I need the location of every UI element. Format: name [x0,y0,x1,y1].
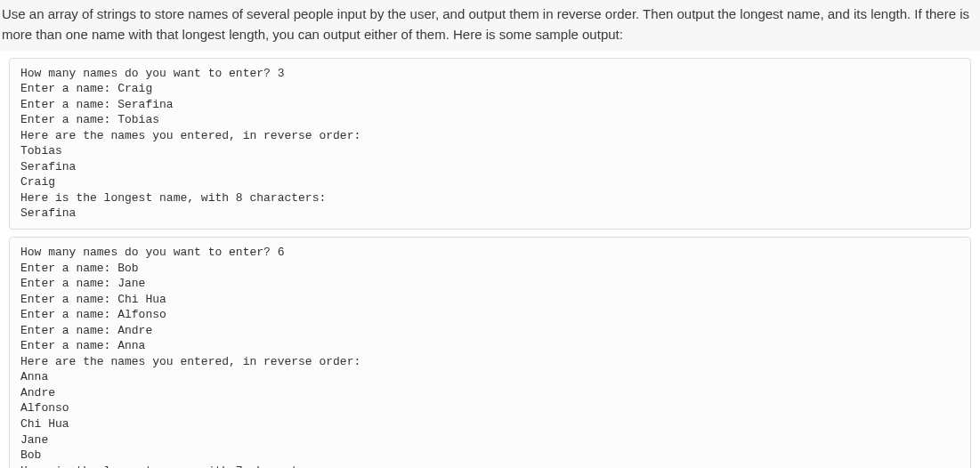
sample-output-1: How many names do you want to enter? 3 E… [9,58,971,230]
problem-instructions: Use an array of strings to store names o… [0,0,980,51]
sample-output-2: How many names do you want to enter? 6 E… [9,237,971,468]
